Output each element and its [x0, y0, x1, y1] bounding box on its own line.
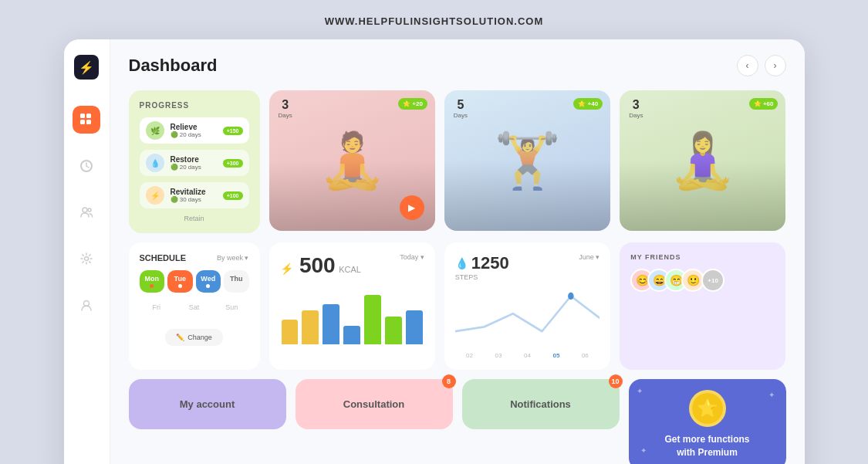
workout-card-2[interactable]: 🏋️ 5 Days ⭐ +40: [444, 90, 610, 231]
people-icon: [79, 205, 93, 219]
revitalize-badge: +100: [223, 191, 243, 200]
day-sat[interactable]: Sat: [177, 299, 211, 321]
kcal-bar-chart: [280, 283, 424, 344]
relieve-days: 🟢 20 days: [171, 131, 201, 138]
svg-rect-3: [86, 120, 91, 124]
premium-title: Get more functionswith Premium: [664, 433, 749, 459]
steps-chart-svg: [455, 287, 599, 349]
schedule-days-row2: Fri Sat Sun: [140, 299, 249, 321]
schedule-days-row1: Mon Tue Wed Thu: [140, 270, 249, 293]
sparkle-3: ✦: [640, 446, 647, 455]
play-button-1[interactable]: ▶: [400, 195, 424, 220]
friends-avatars: 😊 😄 😁 🙂 +10: [630, 269, 775, 292]
schedule-title: SCHEDULE: [140, 253, 187, 262]
my-account-label: My account: [180, 398, 235, 410]
workout-overlay-3: [620, 90, 785, 231]
chart-label-05: 05: [552, 352, 559, 359]
steps-line-chart: [455, 287, 599, 349]
day-thu[interactable]: Thu: [224, 270, 249, 293]
nav-prev-button[interactable]: ‹: [737, 55, 758, 76]
settings-icon: [79, 252, 93, 266]
change-label: Change: [187, 334, 212, 341]
relieve-badge: +150: [223, 127, 243, 135]
revitalize-icon: ⚡: [146, 186, 164, 205]
main-content: Dashboard ‹ › PROGRESS 🌿 Relieve 🟢 20 da…: [110, 39, 805, 464]
progress-label: PROGRESS: [140, 101, 249, 110]
day-dot-tue: [178, 284, 182, 288]
kcal-filter[interactable]: Today ▾: [400, 253, 424, 261]
svg-rect-0: [80, 113, 85, 118]
day-fri[interactable]: Fri: [140, 299, 174, 321]
profile-icon: [79, 298, 93, 312]
progress-item-revitalize[interactable]: ⚡ Revitalize 🟢 30 days +100: [140, 182, 249, 208]
day-dot-wed: [206, 284, 210, 288]
sparkle-1: ✦: [637, 387, 643, 395]
top-grid: PROGRESS 🌿 Relieve 🟢 20 days +150 💧 Rest…: [129, 90, 786, 233]
my-account-card[interactable]: My account: [129, 379, 286, 429]
restore-days: 🟢 20 days: [171, 164, 201, 171]
restore-badge: +300: [223, 159, 243, 168]
steps-drop-icon: 💧: [455, 257, 468, 269]
workout-days-2: 5 Days: [454, 98, 468, 119]
schedule-filter[interactable]: By week ▾: [217, 254, 249, 262]
bar-4: [343, 326, 360, 344]
steps-label: STEPS: [455, 273, 509, 281]
day-tue[interactable]: Tue: [167, 270, 193, 293]
schedule-card: SCHEDULE By week ▾ Mon Tue Wed: [129, 242, 260, 370]
day-dot-mon: [150, 284, 154, 288]
change-button[interactable]: ✏️ Change: [165, 329, 223, 346]
workout-star-1: ⭐ +20: [398, 98, 427, 110]
nav-next-button[interactable]: ›: [765, 55, 786, 76]
bar-2: [302, 310, 319, 344]
app-logo: ⚡: [74, 55, 99, 80]
sidebar-item-settings[interactable]: [73, 245, 100, 273]
svg-point-6: [88, 208, 91, 212]
header: Dashboard ‹ ›: [129, 55, 786, 76]
bar-1: [282, 320, 299, 344]
workout-star-2: ⭐ +40: [573, 98, 603, 110]
progress-item-restore[interactable]: 💧 Restore 🟢 20 days +300: [140, 150, 249, 176]
sidebar-item-dashboard[interactable]: [73, 106, 100, 134]
progress-item-relieve[interactable]: 🌿 Relieve 🟢 20 days +150: [140, 117, 249, 144]
steps-card: 💧 1250 STEPS June ▾ 02 03: [444, 242, 610, 370]
revitalize-days: 🟢 30 days: [171, 196, 206, 203]
consultation-badge: 8: [442, 374, 456, 388]
sparkle-2: ✦: [768, 391, 775, 399]
workout-days-1: 3 Days: [279, 98, 292, 119]
sidebar-item-people[interactable]: [73, 198, 100, 226]
sidebar-item-activity[interactable]: [73, 152, 100, 180]
svg-point-9: [568, 293, 573, 300]
premium-card[interactable]: ⭐ Get more functionswith Premium ✦ ✦ ✦: [629, 379, 786, 464]
bottom-cards-grid: My account Consultation 8 Notifications …: [129, 379, 786, 464]
header-navigation: ‹ ›: [737, 55, 786, 76]
steps-value: 1250: [471, 253, 509, 273]
day-wed[interactable]: Wed: [196, 270, 221, 293]
pencil-icon: ✏️: [176, 334, 184, 341]
notifications-label: Notifications: [510, 398, 571, 410]
day-mon[interactable]: Mon: [140, 270, 165, 293]
day-sun[interactable]: Sun: [214, 299, 249, 321]
workout-days-3: 3 Days: [629, 98, 643, 119]
schedule-header: SCHEDULE By week ▾: [140, 253, 249, 262]
steps-filter[interactable]: June ▾: [579, 253, 599, 261]
workout-card-1[interactable]: 🧘 3 Days ⭐ +20 ▶: [269, 90, 435, 231]
chart-label-06: 06: [582, 352, 589, 359]
retain-label: Retain: [140, 215, 249, 222]
revitalize-name: Revitalize: [171, 188, 206, 196]
consultation-card[interactable]: Consultation 8: [296, 379, 453, 429]
bottom-grid: SCHEDULE By week ▾ Mon Tue Wed: [129, 242, 786, 370]
premium-star-icon: ⭐: [689, 390, 726, 427]
notifications-card[interactable]: Notifications 10: [462, 379, 620, 429]
kcal-value: 500: [299, 253, 336, 277]
progress-card: PROGRESS 🌿 Relieve 🟢 20 days +150 💧 Rest…: [129, 90, 260, 233]
avatar-more: +10: [701, 269, 724, 292]
sidebar-item-profile[interactable]: [73, 291, 100, 319]
page-title: Dashboard: [129, 56, 218, 76]
chart-labels: 02 03 04 05 06: [455, 352, 599, 359]
site-url: WWW.HELPFULINSIGHTSOLUTION.COM: [325, 15, 543, 27]
relieve-icon: 🌿: [146, 121, 164, 140]
dashboard-icon: [79, 113, 93, 127]
bar-3: [323, 304, 339, 344]
workout-card-3[interactable]: 🧘‍♀️ 3 Days ⭐ +60: [620, 90, 785, 231]
consultation-label: Consultation: [343, 398, 404, 410]
